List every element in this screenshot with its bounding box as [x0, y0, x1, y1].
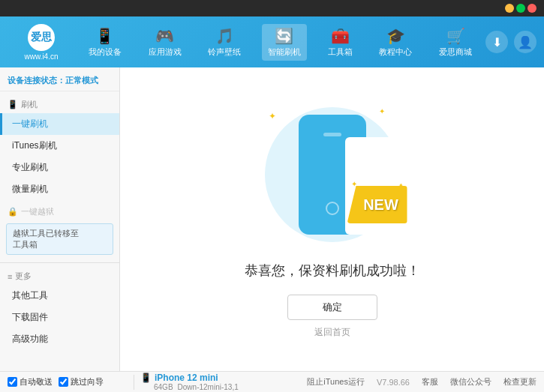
new-badge-text: NEW	[363, 196, 398, 214]
logo-icon: 爱思	[28, 24, 55, 51]
device-icon: 📱	[140, 373, 152, 383]
auto-send-checkbox[interactable]	[8, 377, 17, 387]
sidebar-item-itunes-flash[interactable]: iTunes刷机	[0, 135, 119, 157]
customer-service-link[interactable]: 客服	[422, 376, 438, 388]
logo-text: 爱思	[31, 31, 52, 44]
phone-speaker	[323, 133, 341, 136]
section-jailbreak-title: 🔒 一键越狱	[0, 203, 119, 220]
bottom-left: 自动敬送 跳过向导	[8, 376, 128, 388]
sparkle-top-left: ✦	[269, 111, 276, 121]
nav-smart-flash-icon: 🔄	[275, 27, 293, 45]
success-message: 恭喜您，保资料刷机成功啦！	[245, 262, 420, 280]
sidebar-item-advanced[interactable]: 高级功能	[0, 328, 119, 350]
skip-wizard-checkbox[interactable]	[59, 377, 68, 387]
flash-icon: 📱	[8, 100, 18, 109]
connection-status-label: 设备连接状态：	[8, 76, 65, 85]
device-version: Down-12mini-13,1	[178, 383, 239, 391]
nav-smart-flash[interactable]: 🔄 智能刷机	[262, 24, 307, 61]
maximize-button[interactable]	[516, 4, 525, 13]
nav-toolbox-icon: 🧰	[331, 27, 350, 45]
nav-toolbox-label: 工具箱	[328, 46, 353, 58]
checkbox-skip-wizard[interactable]: 跳过向导	[59, 376, 104, 388]
back-link[interactable]: 返回首页	[314, 326, 350, 339]
nav-my-device[interactable]: 📱 我的设备	[83, 24, 128, 61]
section-more-title: ≡ 更多	[0, 268, 119, 285]
section-more: ≡ 更多 其他工具 下载固件 高级功能	[0, 266, 119, 352]
itunes-status: 阻止iTunes运行	[307, 376, 365, 388]
sidebar-divider	[0, 262, 119, 263]
section-flash: 📱 刷机 一键刷机 iTunes刷机 专业刷机 微量刷机	[0, 94, 119, 202]
badge-sparkle-right: ✦	[398, 182, 404, 189]
skip-wizard-label: 跳过向导	[71, 376, 104, 388]
nav-mall-label: 爱思商城	[439, 46, 472, 58]
nav-ringtones-label: 铃声壁纸	[208, 46, 241, 58]
nav-my-device-icon: 📱	[95, 27, 114, 45]
nav-apps-games-label: 应用游戏	[149, 46, 182, 58]
connection-status: 设备连接状态：正常模式	[0, 70, 119, 91]
close-button[interactable]	[527, 4, 536, 13]
logo-area: 爱思 www.i4.cn	[8, 24, 75, 61]
nav-tutorials-label: 教程中心	[379, 46, 412, 58]
sidebar-item-other-tools[interactable]: 其他工具	[0, 285, 119, 307]
device-storage: 64GB	[154, 383, 173, 391]
sparkle-top-right: ✦	[379, 107, 385, 115]
checkbox-auto-send[interactable]: 自动敬送	[8, 376, 53, 388]
more-icon: ≡	[8, 272, 12, 281]
nav-toolbox[interactable]: 🧰 工具箱	[322, 24, 359, 61]
nav-right-buttons: ⬇ 👤	[485, 31, 536, 53]
window-controls	[500, 1, 541, 15]
phone-home-button	[326, 202, 339, 215]
nav-ringtones-icon: 🎵	[215, 27, 234, 45]
nav-my-device-label: 我的设备	[89, 46, 122, 58]
nav-ringtones[interactable]: 🎵 铃声壁纸	[202, 24, 247, 61]
title-bar	[0, 0, 544, 16]
nav-apps-games[interactable]: 🎮 应用游戏	[143, 24, 188, 61]
badge-sparkle-left: ✦	[351, 180, 357, 188]
minimize-button[interactable]	[505, 4, 514, 13]
new-badge: NEW ✦ ✦	[347, 186, 407, 231]
sidebar-item-pro-flash[interactable]: 专业刷机	[0, 157, 119, 178]
nav-tutorials[interactable]: 🎓 教程中心	[373, 24, 418, 61]
bottom-bar: 自动敬送 跳过向导 📱 iPhone 12 mini 64GB Down-12m…	[0, 371, 544, 392]
new-badge-ribbon: NEW	[347, 186, 407, 223]
content-area: ✦ ✦ NEW ✦ ✦ 恭喜您，保资料刷机成功啦！ 确定 返回首页	[120, 67, 544, 371]
bottom-right: 阻止iTunes运行 V7.98.66 客服 微信公众号 检查更新	[239, 376, 536, 388]
nav-smart-flash-label: 智能刷机	[268, 46, 301, 58]
wechat-link[interactable]: 微信公众号	[450, 376, 491, 388]
version-label: V7.98.66	[377, 378, 410, 387]
jailbreak-notice-text: 越狱工具已转移至工具箱	[13, 229, 79, 249]
confirm-button[interactable]: 确定	[287, 295, 377, 320]
section-jailbreak-label: 一键越狱	[21, 206, 54, 217]
nav-tutorials-icon: 🎓	[386, 27, 405, 45]
nav-apps-games-icon: 🎮	[155, 27, 174, 45]
sidebar-item-one-key-flash[interactable]: 一键刷机	[0, 113, 119, 135]
sidebar-item-battery-flash[interactable]: 微量刷机	[0, 178, 119, 200]
nav-items: 📱 我的设备 🎮 应用游戏 🎵 铃声壁纸 🔄 智能刷机 🧰 工具箱 🎓 教程中心…	[75, 24, 485, 61]
sidebar: 设备连接状态：正常模式 📱 刷机 一键刷机 iTunes刷机 专业刷机 微量刷机…	[0, 67, 120, 371]
account-button[interactable]: 👤	[514, 31, 536, 53]
check-update-link[interactable]: 检查更新	[503, 376, 536, 388]
device-info: 📱 iPhone 12 mini 64GB Down-12mini-13,1	[140, 373, 239, 391]
section-more-label: 更多	[15, 271, 32, 282]
section-flash-title: 📱 刷机	[0, 96, 119, 113]
nav-mall[interactable]: 🛒 爱思商城	[433, 24, 478, 61]
divider-1	[134, 375, 134, 390]
logo-url: www.i4.cn	[24, 52, 58, 61]
left-panel: 设备连接状态：正常模式 📱 刷机 一键刷机 iTunes刷机 专业刷机 微量刷机…	[0, 67, 120, 371]
header: 爱思 www.i4.cn 📱 我的设备 🎮 应用游戏 🎵 铃声壁纸 🔄 智能刷机…	[0, 16, 544, 67]
main-layout: 设备连接状态：正常模式 📱 刷机 一键刷机 iTunes刷机 专业刷机 微量刷机…	[0, 67, 544, 371]
phone-illustration: ✦ ✦ NEW ✦ ✦	[257, 100, 407, 250]
lock-icon: 🔒	[8, 207, 18, 217]
section-flash-label: 刷机	[21, 99, 38, 110]
device-name: iPhone 12 mini	[155, 373, 218, 383]
download-button[interactable]: ⬇	[485, 31, 508, 53]
auto-send-label: 自动敬送	[20, 376, 53, 388]
nav-mall-icon: 🛒	[446, 27, 465, 45]
jailbreak-notice: 越狱工具已转移至工具箱	[6, 223, 113, 255]
section-jailbreak: 🔒 一键越狱 越狱工具已转移至工具箱	[0, 202, 119, 259]
sidebar-item-download-firmware[interactable]: 下载固件	[0, 307, 119, 328]
connection-status-value: 正常模式	[65, 76, 98, 85]
